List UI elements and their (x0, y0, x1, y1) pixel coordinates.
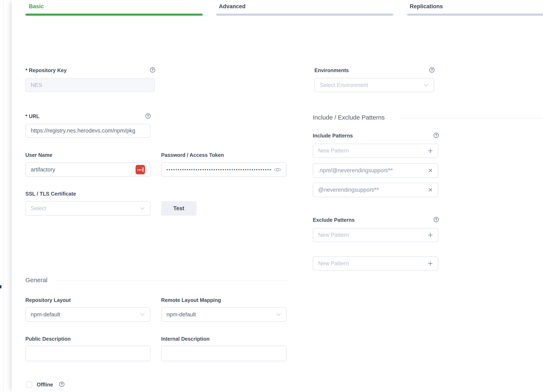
remote-layout-mapping-value: npm-default (166, 311, 273, 318)
repository-key-label: * Repository Key (25, 67, 67, 73)
public-description-textarea[interactable] (26, 346, 150, 361)
repository-layout-label: Repository Layout (25, 297, 71, 303)
exclude-pattern-new-input[interactable] (318, 232, 425, 238)
repository-key-help-icon[interactable]: ? (150, 67, 155, 72)
url-field[interactable] (25, 124, 150, 138)
url-label: * URL (25, 113, 40, 119)
repository-settings-panel (12, 0, 543, 392)
chevron-down-icon (140, 207, 145, 210)
include-pattern-value: .npm/@neverendingsupport/** (318, 167, 425, 174)
public-description-field[interactable] (25, 346, 150, 361)
include-pattern-value: @neverendingsupport/** (318, 187, 425, 193)
chevron-down-icon (423, 83, 429, 87)
url-input[interactable] (31, 127, 145, 134)
internal-description-field[interactable] (161, 346, 287, 361)
tab-basic[interactable]: Basic (29, 3, 44, 10)
remote-layout-mapping-label: Remote Layout Mapping (161, 297, 221, 303)
remove-pattern-icon[interactable]: ✕ (428, 168, 433, 174)
password-label: Password / Access Token (161, 152, 224, 158)
include-patterns-help-icon[interactable]: ? (434, 133, 439, 138)
remove-pattern-icon[interactable]: ✕ (428, 187, 433, 193)
ssl-certificate-select[interactable]: Select (25, 201, 150, 215)
general-section-heading: General (25, 276, 47, 284)
remote-layout-mapping-select[interactable]: npm-default (161, 307, 287, 322)
chevron-down-icon (140, 313, 145, 316)
show-password-eye-icon[interactable] (274, 167, 281, 172)
repository-layout-value: npm-default (31, 311, 137, 318)
offline-label: Offline (37, 382, 53, 388)
tab-replications-indicator (407, 14, 543, 16)
user-name-label: User Name (25, 152, 52, 158)
left-rail-divider (3, 0, 4, 392)
patterns-section-heading: Include / Exclude Patterns (313, 114, 385, 121)
general-section-divider (57, 281, 287, 281)
tab-replications[interactable]: Replications (410, 3, 443, 10)
url-help-icon[interactable]: ? (146, 113, 151, 118)
tab-basic-indicator (25, 14, 203, 16)
repository-key-field[interactable] (25, 78, 155, 92)
add-exclude-pattern-icon[interactable]: + (428, 259, 433, 268)
environments-help-icon[interactable]: ? (429, 67, 435, 72)
environments-label: Environments (314, 67, 349, 73)
ssl-certificate-placeholder: Select (31, 205, 137, 212)
user-name-field[interactable]: ••• (25, 162, 150, 177)
include-pattern-new-input[interactable] (318, 148, 425, 154)
ssl-certificate-label: SSL / TLS Certificate (25, 191, 76, 197)
exclude-patterns-label: Exclude Patterns (313, 217, 355, 223)
chevron-down-icon (276, 313, 281, 316)
tab-advanced[interactable]: Advanced (219, 3, 245, 10)
password-input[interactable] (166, 167, 271, 172)
internal-description-textarea[interactable] (162, 346, 286, 361)
include-pattern-item[interactable]: @neverendingsupport/** ✕ (313, 182, 438, 197)
environments-select[interactable]: Select Environment (314, 78, 434, 92)
exclude-pattern-new-input[interactable] (318, 260, 425, 267)
password-field[interactable] (161, 162, 287, 177)
include-pattern-item[interactable]: .npm/@neverendingsupport/** ✕ (313, 163, 438, 178)
internal-description-label: Internal Description (161, 336, 209, 342)
user-name-input[interactable] (31, 166, 133, 173)
environments-placeholder: Select Environment (320, 82, 420, 88)
offline-help-icon[interactable]: ? (59, 382, 64, 387)
patterns-section-divider (399, 118, 543, 118)
exclude-pattern-new-field[interactable]: + (313, 256, 438, 271)
exclude-patterns-help-icon[interactable]: ? (434, 217, 439, 222)
add-include-pattern-icon[interactable]: + (428, 147, 433, 155)
repository-key-input[interactable] (31, 82, 149, 88)
exclude-pattern-new-field[interactable]: + (313, 228, 438, 242)
include-pattern-new-field[interactable]: + (313, 144, 438, 158)
offline-checkbox[interactable] (26, 381, 32, 388)
test-button[interactable]: Test (161, 201, 196, 215)
tab-advanced-indicator (216, 14, 393, 16)
public-description-label: Public Description (25, 336, 71, 342)
add-exclude-pattern-icon[interactable]: + (428, 231, 433, 239)
repository-layout-select[interactable]: npm-default (25, 307, 150, 322)
left-edge-mark (0, 285, 1, 288)
password-manager-autofill-icon[interactable]: ••• (136, 165, 145, 174)
include-patterns-label: Include Patterns (313, 133, 353, 138)
